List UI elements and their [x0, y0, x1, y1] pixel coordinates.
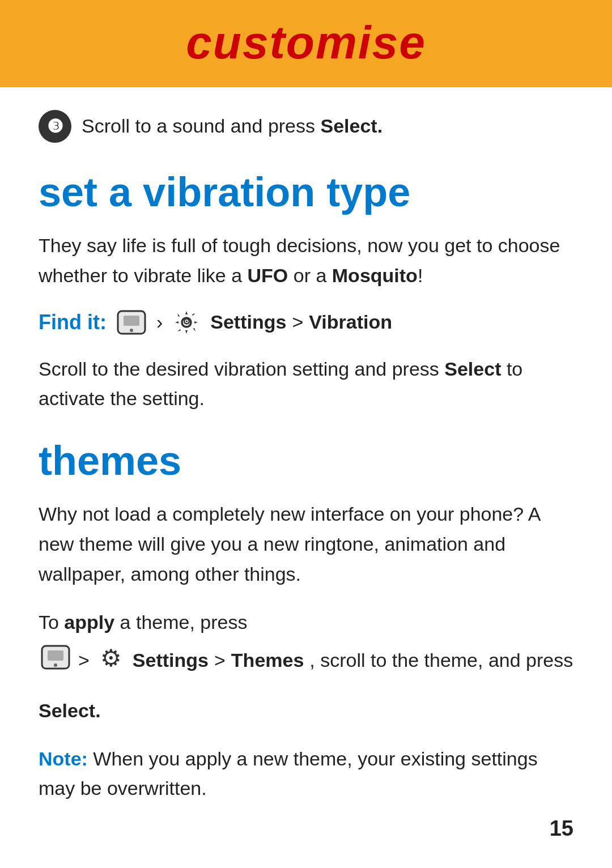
select-line: Select. [39, 696, 573, 726]
settings-label1: Settings [210, 311, 286, 333]
page-number: 15 [550, 816, 573, 841]
step3-text: Scroll to a sound and press Select. [82, 113, 382, 140]
arrow1: › [156, 311, 163, 333]
settings-icon1: ⚙ [173, 309, 200, 336]
themes-body1: Why not load a completely new interface … [39, 499, 573, 589]
vibration-body2: Scroll to the desired vibration setting … [39, 354, 573, 414]
svg-point-7 [54, 663, 57, 667]
note-block: Note: When you apply a new theme, your e… [39, 744, 573, 803]
nav-suffix: , scroll to the theme, and press [309, 645, 573, 675]
ufo-bold: UFO [248, 265, 288, 286]
apply-line: To apply a theme, press [39, 607, 573, 637]
settings-icon2: ⚙ [97, 645, 125, 672]
svg-text:⚙: ⚙ [182, 317, 190, 326]
find-it-line: Find it: › [39, 309, 573, 336]
find-it-label: Find it: [39, 310, 107, 334]
vibration-label: Vibration [309, 311, 392, 333]
select-bold2: Select. [39, 700, 101, 721]
select-bold1: Select [444, 358, 501, 380]
phone-icon2 [41, 645, 70, 670]
note-label: Note: [39, 748, 88, 769]
header-banner: customise [0, 0, 612, 87]
settings-label2: Settings [133, 645, 209, 675]
vibration-title: set a vibration type [39, 170, 573, 215]
arrow4: > [214, 645, 226, 675]
svg-rect-1 [124, 316, 139, 326]
vibration-body1: They say life is full of tough decisions… [39, 231, 573, 290]
page-content: ❸ Scroll to a sound and press Select. se… [0, 87, 612, 862]
svg-text:⚙: ⚙ [100, 645, 122, 671]
themes-title: themes [39, 439, 573, 483]
note-text: When you apply a new theme, your existin… [39, 748, 538, 799]
mosquito-bold: Mosquito [332, 265, 418, 286]
step3-bold: Select. [320, 115, 382, 137]
arrow3: > [78, 645, 90, 675]
vibration-section: set a vibration type They say life is fu… [39, 170, 573, 414]
apply-nav-block: > ⚙ Settings > Themes , scroll to the th… [39, 645, 573, 675]
arrow2: > [292, 311, 303, 333]
page-title: customise [23, 16, 589, 69]
find-it-nav: Settings > Vibration [210, 311, 392, 333]
phone-icon [117, 310, 146, 335]
svg-rect-6 [48, 650, 63, 661]
themes-nav-label: Themes [231, 645, 304, 675]
themes-section: themes Why not load a completely new int… [39, 439, 573, 803]
step3-circle: ❸ [39, 110, 71, 143]
apply-bold: apply [64, 611, 114, 633]
step3-line: ❸ Scroll to a sound and press Select. [39, 110, 573, 143]
svg-point-2 [130, 329, 133, 332]
